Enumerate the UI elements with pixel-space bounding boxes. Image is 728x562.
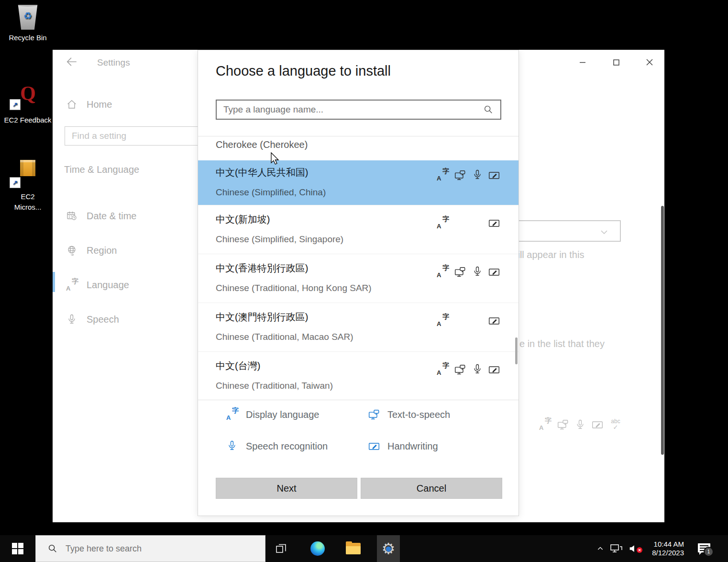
page-scrollbar[interactable]: [661, 206, 664, 455]
edge-browser-button[interactable]: [306, 535, 329, 562]
speech-recognition-icon: [472, 363, 484, 376]
tray-network-icon[interactable]: [608, 535, 625, 562]
handwriting-icon: [488, 363, 500, 376]
task-view-button[interactable]: [270, 535, 293, 562]
legend-label: Speech recognition: [246, 441, 328, 452]
mouse-cursor: [270, 152, 282, 166]
tray-show-hidden-icons[interactable]: [593, 535, 607, 562]
language-english-name: Chinese (Simplified, Singapore): [216, 234, 343, 245]
text-to-speech-icon: [454, 266, 466, 278]
speech-recognition-icon: [472, 169, 484, 181]
language-native-name: 中文(中华人民共和国): [216, 166, 308, 179]
tray-time: 10:44 AM: [654, 540, 684, 549]
display-language-icon: 字A: [437, 266, 449, 278]
notification-icon: 1: [698, 543, 710, 554]
text-to-speech-icon: [368, 408, 380, 421]
handwriting-icon: [488, 266, 500, 278]
language-row-chinese-traditional-taiwan[interactable]: 中文(台灣) Chinese (Traditional, Taiwan) 字A: [198, 351, 518, 400]
language-english-name: Chinese (Simplified, China): [216, 187, 326, 198]
start-button[interactable]: [0, 535, 35, 562]
desktop: ♻ Recycle Bin Q ↗ EC2 Feedback ↗ EC2 Mic…: [0, 0, 728, 562]
next-button[interactable]: Next: [216, 478, 357, 499]
legend-label: Text-to-speech: [387, 409, 450, 420]
language-row-cherokee[interactable]: Cherokee (Cherokee): [198, 136, 518, 160]
close-button[interactable]: [639, 55, 661, 70]
language-row-chinese-simplified-singapore[interactable]: 中文(新加坡) Chinese (Simplified, Singapore) …: [198, 205, 518, 254]
desktop-icon-recycle-bin[interactable]: ♻ Recycle Bin: [0, 3, 55, 42]
language-native-name: 中文(澳門特別行政區): [216, 311, 308, 324]
ec2-box-icon: [20, 160, 35, 176]
taskbar: ⚙ ✕ 10:44 AM 8/12/2023 1: [0, 535, 728, 562]
desktop-icon-label: EC2: [0, 191, 55, 202]
taskbar-search-input[interactable]: [65, 543, 265, 554]
display-language-icon: 字A: [226, 408, 239, 421]
language-searchbox[interactable]: [216, 100, 501, 120]
legend-handwriting: Handwriting: [368, 440, 438, 452]
search-icon: [47, 543, 58, 554]
settings-app-button[interactable]: ⚙: [377, 535, 400, 562]
handwriting-icon: [488, 217, 500, 229]
shortcut-arrow-icon: ↗: [10, 177, 21, 188]
search-icon: [483, 104, 494, 115]
taskbar-searchbox[interactable]: [35, 535, 265, 562]
dialog-list-scrollbar[interactable]: [515, 337, 518, 364]
language-english-name: Cherokee (Cherokee): [216, 139, 308, 150]
speech-recognition-icon: [472, 266, 484, 278]
display-language-icon: 字A: [437, 169, 449, 181]
language-row-chinese-traditional-hongkong[interactable]: 中文(香港特別行政區) Chinese (Traditional, Hong K…: [198, 254, 518, 303]
language-native-name: 中文(新加坡): [216, 213, 270, 226]
cancel-button[interactable]: Cancel: [361, 478, 502, 499]
legend-label: Handwriting: [387, 441, 438, 452]
language-english-name: Chinese (Traditional, Taiwan): [216, 381, 333, 391]
tray-volume-muted-icon[interactable]: ✕: [626, 535, 642, 562]
language-english-name: Chinese (Traditional, Macao SAR): [216, 332, 353, 342]
display-language-icon: 字A: [437, 363, 449, 376]
legend-label: Display language: [246, 409, 319, 420]
speech-recognition-icon: [226, 440, 239, 452]
shortcut-arrow-icon: ↗: [10, 99, 21, 110]
desktop-icon-ec2-feedback[interactable]: Q ↗ EC2 Feedback: [0, 81, 55, 124]
choose-language-dialog: Choose a language to install Cherokee (C…: [198, 50, 519, 516]
windows-logo-icon: [12, 543, 23, 554]
dialog-title: Choose a language to install: [216, 63, 391, 79]
legend-divider: [198, 400, 518, 400]
language-search-input[interactable]: [217, 104, 483, 115]
handwriting-icon: [368, 440, 380, 452]
desktop-icon-label: Micros...: [0, 202, 55, 213]
ec2-feedback-q-icon: Q: [20, 83, 36, 103]
mute-x-badge: ✕: [637, 547, 642, 553]
language-row-chinese-simplified-china[interactable]: 中文(中华人民共和国) Chinese (Simplified, China) …: [198, 160, 518, 205]
handwriting-icon: [488, 169, 500, 181]
desktop-icon-label: Recycle Bin: [0, 34, 55, 42]
legend-text-to-speech: Text-to-speech: [368, 408, 450, 421]
handwriting-icon: [488, 315, 500, 327]
notification-center-button[interactable]: 1: [691, 535, 717, 562]
display-language-icon: 字A: [437, 217, 449, 229]
gear-icon: ⚙: [382, 541, 396, 556]
recycle-bin-icon: ♻: [17, 3, 39, 30]
language-native-name: 中文(香港特別行政區): [216, 262, 308, 275]
file-explorer-button[interactable]: [342, 535, 364, 562]
recycle-symbol-icon: ♻: [23, 10, 32, 22]
language-native-name: 中文(台灣): [216, 360, 260, 372]
text-to-speech-icon: [454, 169, 466, 181]
notification-count-badge: 1: [704, 547, 714, 557]
language-english-name: Chinese (Traditional, Hong Kong SAR): [216, 283, 372, 293]
maximize-button[interactable]: [605, 55, 627, 70]
folder-icon: [346, 543, 361, 554]
tray-clock[interactable]: 10:44 AM 8/12/2023: [644, 535, 684, 562]
text-to-speech-icon: [454, 363, 466, 376]
minimize-button[interactable]: [572, 55, 594, 70]
edge-icon: [310, 541, 325, 556]
desktop-icon-label: EC2 Feedback: [0, 116, 55, 124]
language-row-chinese-traditional-macao[interactable]: 中文(澳門特別行政區) Chinese (Traditional, Macao …: [198, 303, 518, 351]
desktop-icon-ec2-microsoft[interactable]: ↗ EC2 Micros...: [0, 158, 55, 213]
legend-display-language: 字A Display language: [226, 408, 319, 421]
display-language-icon: 字A: [437, 315, 449, 327]
tray-date: 8/12/2023: [652, 549, 684, 557]
legend-speech-recognition: Speech recognition: [226, 440, 328, 452]
